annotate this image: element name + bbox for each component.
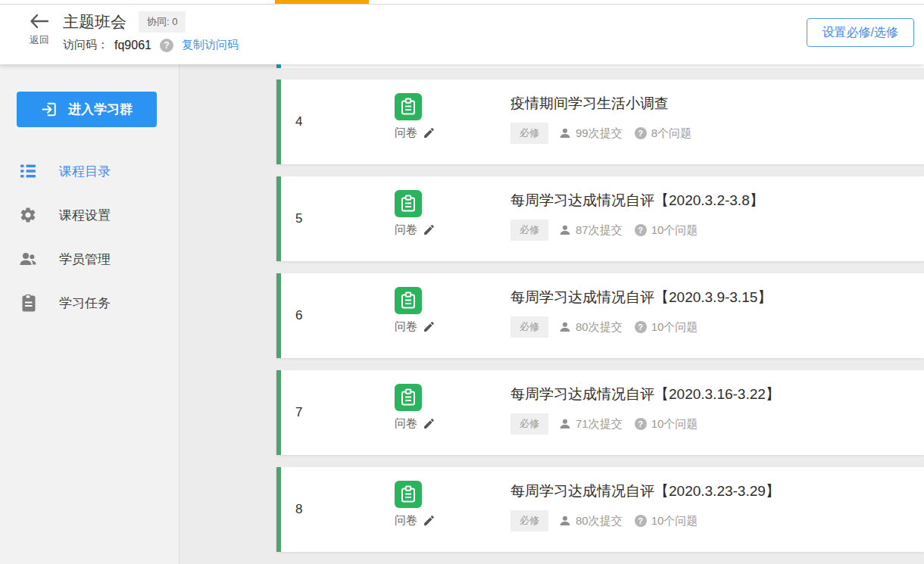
edit-icon[interactable] xyxy=(423,223,435,236)
task-info: 每周学习达成情况自评【2020.3.2-3.8】 必修 87次提交 ? 10个问… xyxy=(510,176,924,261)
header: 返回 主题班会 协同: 0 访问码： fq9061 ? 复制访问码 设置必修/选… xyxy=(0,5,924,64)
users-icon xyxy=(19,250,37,268)
page-title: 主题班会 xyxy=(63,11,126,33)
login-icon xyxy=(41,101,58,118)
task-type-column: 问卷 xyxy=(395,79,510,164)
task-info: 疫情期间学习生活小调查 必修 99次提交 ? 8个问题 xyxy=(510,79,924,164)
question-mark-icon: ? xyxy=(635,515,647,527)
questionnaire-icon xyxy=(395,287,422,314)
page: 返回 主题班会 协同: 0 访问码： fq9061 ? 复制访问码 设置必修/选… xyxy=(0,0,924,564)
task-type-label: 问卷 xyxy=(395,416,417,431)
sidebar-item-student-management[interactable]: 学员管理 xyxy=(0,237,179,281)
questions-meta: ? 10个问题 xyxy=(635,223,698,238)
task-title[interactable]: 疫情期间学习生活小调查 xyxy=(510,94,924,114)
required-badge: 必修 xyxy=(510,220,548,241)
task-type-label: 问卷 xyxy=(395,319,417,334)
submissions-count: 80次提交 xyxy=(576,320,623,335)
question-mark-icon: ? xyxy=(635,127,647,139)
task-card-partial xyxy=(276,64,924,68)
questionnaire-icon xyxy=(395,481,422,508)
task-type-column: 问卷 xyxy=(395,176,510,261)
enter-group-label: 进入学习群 xyxy=(68,101,133,118)
task-type-label: 问卷 xyxy=(395,126,417,140)
task-index: 4 xyxy=(281,79,395,164)
task-card[interactable]: 8 问卷 每周学习达成情况自评【2020.3.23-3. xyxy=(276,467,924,552)
submissions-meta: 87次提交 xyxy=(559,223,623,238)
submissions-meta: 71次提交 xyxy=(559,417,623,432)
question-mark-icon: ? xyxy=(635,224,647,236)
questions-meta: ? 10个问题 xyxy=(635,320,698,335)
gear-icon xyxy=(19,206,37,224)
submissions-count: 71次提交 xyxy=(576,417,623,432)
task-index: 6 xyxy=(281,273,395,358)
task-type-label: 问卷 xyxy=(395,513,417,528)
sidebar-item-label: 学员管理 xyxy=(59,251,111,268)
clipboard-icon xyxy=(19,294,37,312)
questions-meta: ? 10个问题 xyxy=(635,514,698,528)
task-info: 每周学习达成情况自评【2020.3.16-3.22】 必修 71次提交 ? 10… xyxy=(510,370,924,455)
task-info: 每周学习达成情况自评【2020.3.23-3.29】 必修 80次提交 ? 10… xyxy=(510,467,924,552)
task-type-label: 问卷 xyxy=(395,223,417,237)
task-title[interactable]: 每周学习达成情况自评【2020.3.16-3.22】 xyxy=(510,385,924,404)
sidebar-item-label: 课程目录 xyxy=(59,163,111,180)
edit-icon[interactable] xyxy=(423,417,435,430)
questionnaire-icon xyxy=(395,93,422,120)
sidebar-item-label: 学习任务 xyxy=(59,294,111,312)
back-button[interactable]: 返回 xyxy=(21,14,58,47)
task-title[interactable]: 每周学习达成情况自评【2020.3.2-3.8】 xyxy=(510,191,924,210)
person-icon xyxy=(559,418,571,430)
task-list: 4 问卷 疫情期间学习生活小调查 xyxy=(276,79,924,552)
submissions-count: 87次提交 xyxy=(576,223,623,238)
task-index: 8 xyxy=(281,467,395,552)
questions-meta: ? 10个问题 xyxy=(635,417,698,432)
edit-icon[interactable] xyxy=(423,320,435,333)
person-icon xyxy=(559,321,571,333)
help-icon[interactable]: ? xyxy=(160,39,173,52)
required-badge: 必修 xyxy=(510,413,548,435)
questions-count: 10个问题 xyxy=(651,514,698,528)
submissions-count: 99次提交 xyxy=(576,126,623,141)
list-icon xyxy=(19,162,37,180)
top-divider xyxy=(0,4,924,5)
task-card[interactable]: 6 问卷 每周学习达成情况自评【2020.3.9-3.1 xyxy=(276,273,924,358)
person-icon xyxy=(559,515,571,527)
questionnaire-icon xyxy=(395,190,422,217)
task-index: 7 xyxy=(281,370,395,455)
task-card[interactable]: 7 问卷 每周学习达成情况自评【2020.3.16-3. xyxy=(276,370,924,455)
enter-study-group-button[interactable]: 进入学习群 xyxy=(17,92,157,127)
questions-count: 10个问题 xyxy=(651,223,698,238)
back-label: 返回 xyxy=(21,33,58,47)
task-title[interactable]: 每周学习达成情况自评【2020.3.23-3.29】 xyxy=(510,481,924,501)
person-icon xyxy=(559,127,571,139)
task-card[interactable]: 5 问卷 每周学习达成情况自评【2020.3.2-3.8 xyxy=(276,176,924,261)
title-block: 主题班会 协同: 0 访问码： fq9061 ? 复制访问码 xyxy=(63,11,239,52)
main-content: 4 问卷 疫情期间学习生活小调查 xyxy=(180,64,924,564)
set-required-elective-button[interactable]: 设置必修/选修 xyxy=(807,18,914,47)
questions-count: 10个问题 xyxy=(651,320,698,335)
sidebar-item-course-settings[interactable]: 课程设置 xyxy=(0,193,179,237)
questions-meta: ? 8个问题 xyxy=(635,126,691,141)
task-type-column: 问卷 xyxy=(395,370,510,455)
access-code-label: 访问码： xyxy=(63,38,108,52)
sidebar-menu: 课程目录 课程设置 学 xyxy=(0,149,179,325)
task-card[interactable]: 4 问卷 疫情期间学习生活小调查 xyxy=(276,79,924,164)
submissions-meta: 80次提交 xyxy=(559,514,623,528)
questions-count: 10个问题 xyxy=(651,417,698,432)
sidebar-item-learning-tasks[interactable]: 学习任务 xyxy=(0,281,179,325)
sidebar-item-course-catalog[interactable]: 课程目录 xyxy=(0,149,179,193)
person-icon xyxy=(559,224,571,236)
edit-icon[interactable] xyxy=(423,126,435,139)
task-index: 5 xyxy=(281,176,395,261)
task-info: 每周学习达成情况自评【2020.3.9-3.15】 必修 80次提交 ? 10个… xyxy=(510,273,924,358)
question-mark-icon: ? xyxy=(635,418,647,430)
edit-icon[interactable] xyxy=(423,514,435,527)
submissions-meta: 80次提交 xyxy=(559,320,623,335)
task-title[interactable]: 每周学习达成情况自评【2020.3.9-3.15】 xyxy=(510,288,924,307)
task-type-column: 问卷 xyxy=(395,467,510,552)
questions-count: 8个问题 xyxy=(651,126,691,141)
collab-badge: 协同: 0 xyxy=(139,11,186,33)
access-code-value: fq9061 xyxy=(114,39,151,52)
copy-access-code-link[interactable]: 复制访问码 xyxy=(182,38,239,52)
submissions-meta: 99次提交 xyxy=(559,126,623,141)
question-mark-icon: ? xyxy=(635,321,647,333)
